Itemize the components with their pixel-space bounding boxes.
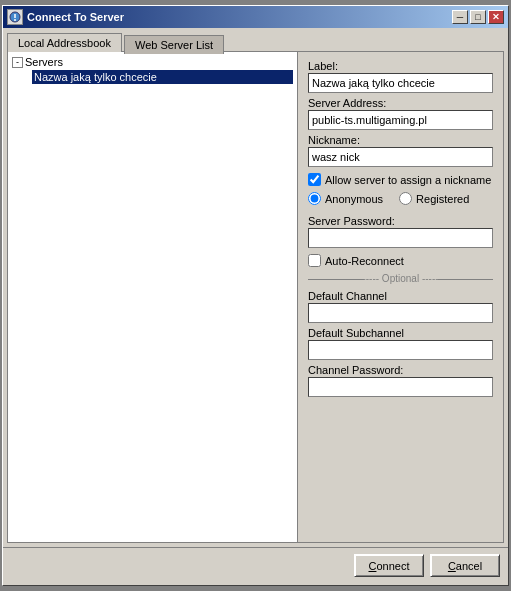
allow-nickname-checkbox[interactable] bbox=[308, 173, 321, 186]
left-panel: - Servers Nazwa jaką tylko chcecie bbox=[8, 52, 298, 542]
default-channel-label: Default Channel bbox=[308, 290, 493, 302]
default-subchannel-input[interactable] bbox=[308, 340, 493, 360]
title-bar-buttons: ─ □ ✕ bbox=[452, 10, 504, 24]
cancel-button[interactable]: Cancel bbox=[430, 554, 500, 577]
tab-bar: Local Addressbook Web Server List bbox=[3, 28, 508, 51]
svg-point-2 bbox=[14, 19, 16, 21]
right-panel: Label: Server Address: Nickname: Allow s… bbox=[298, 52, 503, 542]
registered-radio[interactable] bbox=[399, 192, 412, 205]
login-type-row: Anonymous Registered bbox=[308, 192, 493, 205]
server-password-label: Server Password: bbox=[308, 215, 493, 227]
allow-nickname-row: Allow server to assign a nickname bbox=[308, 173, 493, 186]
optional-separator: ----- Optional ----- bbox=[308, 273, 493, 284]
auto-reconnect-row: Auto-Reconnect bbox=[308, 254, 493, 267]
server-password-input[interactable] bbox=[308, 228, 493, 248]
label-field-label: Label: bbox=[308, 60, 493, 72]
registered-label: Registered bbox=[416, 193, 469, 205]
tree-children: Nazwa jaką tylko chcecie bbox=[12, 70, 293, 84]
nickname-field-group: Nickname: bbox=[308, 134, 493, 167]
server-address-label: Server Address: bbox=[308, 97, 493, 109]
server-address-input[interactable] bbox=[308, 110, 493, 130]
nickname-input[interactable] bbox=[308, 147, 493, 167]
nickname-label: Nickname: bbox=[308, 134, 493, 146]
server-address-field-group: Server Address: bbox=[308, 97, 493, 130]
auto-reconnect-checkbox[interactable] bbox=[308, 254, 321, 267]
default-channel-input[interactable] bbox=[308, 303, 493, 323]
auto-reconnect-label: Auto-Reconnect bbox=[325, 255, 404, 267]
content-area: - Servers Nazwa jaką tylko chcecie Label… bbox=[7, 51, 504, 543]
button-row: Connect Cancel bbox=[3, 547, 508, 585]
allow-nickname-label: Allow server to assign a nickname bbox=[325, 174, 491, 186]
label-field-group: Label: bbox=[308, 60, 493, 93]
close-button[interactable]: ✕ bbox=[488, 10, 504, 24]
tab-web-server-list[interactable]: Web Server List bbox=[124, 35, 224, 54]
tree-item[interactable]: Nazwa jaką tylko chcecie bbox=[32, 70, 293, 84]
default-subchannel-label: Default Subchannel bbox=[308, 327, 493, 339]
channel-password-input[interactable] bbox=[308, 377, 493, 397]
tree-root: - Servers bbox=[12, 56, 293, 68]
maximize-button[interactable]: □ bbox=[470, 10, 486, 24]
main-window: Connect To Server ─ □ ✕ Local Addressboo… bbox=[2, 5, 509, 586]
anonymous-radio[interactable] bbox=[308, 192, 321, 205]
server-password-field-group: Server Password: bbox=[308, 215, 493, 248]
anonymous-label: Anonymous bbox=[325, 193, 383, 205]
window-title: Connect To Server bbox=[27, 11, 448, 23]
anonymous-option: Anonymous bbox=[308, 192, 383, 205]
tab-local-addressbook[interactable]: Local Addressbook bbox=[7, 33, 122, 52]
label-input[interactable] bbox=[308, 73, 493, 93]
connect-button[interactable]: Connect bbox=[354, 554, 424, 577]
registered-option: Registered bbox=[399, 192, 469, 205]
tree-item-label: Nazwa jaką tylko chcecie bbox=[34, 71, 157, 83]
channel-password-field-group: Channel Password: bbox=[308, 364, 493, 397]
minimize-button[interactable]: ─ bbox=[452, 10, 468, 24]
tree-root-label: Servers bbox=[25, 56, 63, 68]
default-channel-field-group: Default Channel bbox=[308, 290, 493, 323]
title-bar: Connect To Server ─ □ ✕ bbox=[3, 6, 508, 28]
tree-expand-button[interactable]: - bbox=[12, 57, 23, 68]
channel-password-label: Channel Password: bbox=[308, 364, 493, 376]
default-subchannel-field-group: Default Subchannel bbox=[308, 327, 493, 360]
window-icon bbox=[7, 9, 23, 25]
